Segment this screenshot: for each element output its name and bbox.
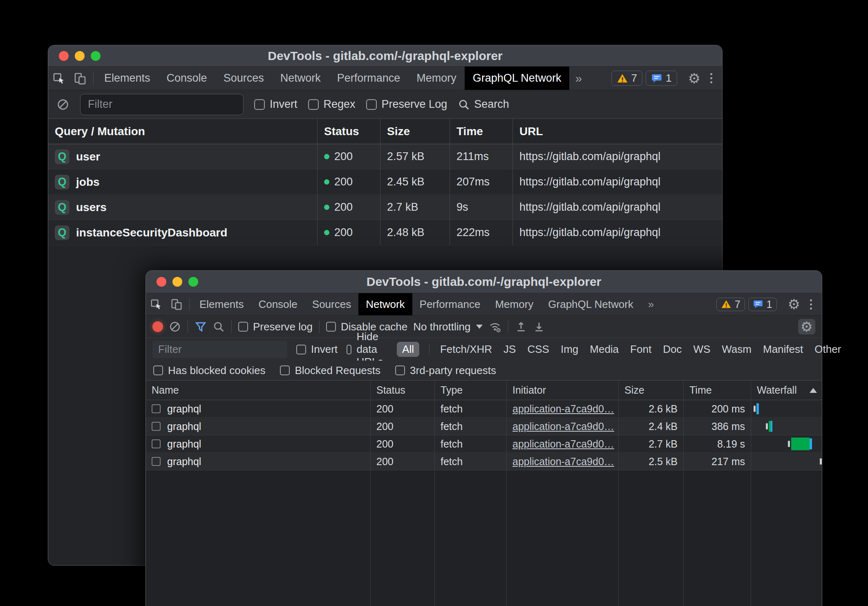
more-options-icon[interactable] <box>804 299 818 310</box>
column-header-status[interactable]: Status <box>317 119 380 144</box>
filter-input[interactable] <box>152 341 287 358</box>
zoom-button[interactable] <box>188 277 198 287</box>
column-header-initiator[interactable]: Initiator <box>506 381 618 400</box>
column-header-size[interactable]: Size <box>618 381 683 400</box>
filter-type-all[interactable]: All <box>397 342 419 357</box>
column-header-time[interactable]: Time <box>683 381 751 400</box>
table-row[interactable]: QinstanceSecurityDashboard 200 2.48 kB 2… <box>48 220 722 245</box>
warnings-badge[interactable]: 7 <box>716 298 745 311</box>
request-row[interactable]: graphql 200 fetch application-a7ca9d0… 2… <box>146 400 822 418</box>
tab-performance[interactable]: Performance <box>412 293 488 315</box>
request-type-filters: All Fetch/XHR JS CSS Img Media Font Doc … <box>397 342 842 357</box>
request-row[interactable]: graphql 200 fetch application-a7ca9d0… 2… <box>146 435 822 453</box>
more-options-icon[interactable] <box>705 73 718 83</box>
request-row[interactable]: graphql 200 fetch application-a7ca9d0… 2… <box>146 453 822 470</box>
checkbox-label: Has blocked cookies <box>168 364 265 377</box>
tab-console[interactable]: Console <box>159 67 215 90</box>
blocked-requests-checkbox[interactable]: Blocked Requests <box>280 364 380 377</box>
close-button[interactable] <box>59 51 69 61</box>
clear-icon[interactable] <box>169 321 181 333</box>
tab-network[interactable]: Network <box>358 293 412 315</box>
time-cell: 9s <box>450 195 512 220</box>
tab-elements[interactable]: Elements <box>96 67 159 90</box>
import-har-icon[interactable] <box>515 321 527 333</box>
filter-type-doc[interactable]: Doc <box>662 342 682 357</box>
issues-badge[interactable]: 1 <box>748 298 777 311</box>
network-conditions-icon[interactable] <box>488 320 501 333</box>
filter-type-ws[interactable]: WS <box>692 342 711 357</box>
tab-graphql-network[interactable]: GraphQL Network <box>541 293 641 315</box>
settings-gear-icon[interactable]: ⚙ <box>784 297 804 311</box>
minimize-button[interactable] <box>75 51 85 61</box>
filter-type-css[interactable]: CSS <box>526 342 550 357</box>
filter-type-js[interactable]: JS <box>503 342 517 357</box>
filter-type-fetch-xhr[interactable]: Fetch/XHR <box>439 342 493 357</box>
table-row[interactable]: Qusers 200 2.7 kB 9s https://gitlab.com/… <box>48 195 722 220</box>
inspect-element-icon[interactable] <box>146 293 166 315</box>
issues-badge[interactable]: 1 <box>646 71 677 86</box>
column-header-url[interactable]: URL <box>512 119 722 144</box>
inspect-element-icon[interactable] <box>48 67 69 90</box>
row-checkbox[interactable] <box>152 422 161 431</box>
filter-type-media[interactable]: Media <box>589 342 620 357</box>
tab-memory[interactable]: Memory <box>408 67 465 90</box>
tab-network[interactable]: Network <box>272 67 329 90</box>
tab-memory[interactable]: Memory <box>488 293 541 315</box>
clear-icon[interactable] <box>56 98 69 111</box>
row-checkbox[interactable] <box>152 439 161 448</box>
column-header-name[interactable]: Name <box>146 381 370 400</box>
filter-input[interactable] <box>80 94 244 115</box>
search-toggle[interactable]: Search <box>458 98 509 111</box>
preserve-log-checkbox[interactable]: Preserve Log <box>366 98 447 111</box>
column-header-waterfall[interactable]: Waterfall <box>751 381 823 400</box>
close-button[interactable] <box>157 277 166 287</box>
request-row[interactable]: graphql 200 fetch application-a7ca9d0… 2… <box>146 418 822 435</box>
invert-checkbox[interactable]: Invert <box>296 343 338 356</box>
filter-type-other[interactable]: Other <box>814 342 842 357</box>
third-party-requests-checkbox[interactable]: 3rd-party requests <box>395 364 496 377</box>
filter-type-font[interactable]: Font <box>629 342 652 357</box>
has-blocked-cookies-checkbox[interactable]: Has blocked cookies <box>153 364 265 377</box>
tab-sources[interactable]: Sources <box>215 67 272 90</box>
row-checkbox[interactable] <box>152 457 161 466</box>
minimize-button[interactable] <box>172 277 182 287</box>
row-checkbox[interactable] <box>152 404 161 413</box>
search-icon[interactable] <box>213 321 225 333</box>
initiator-link[interactable]: application-a7ca9d0… <box>512 438 614 450</box>
column-header-type[interactable]: Type <box>434 381 506 400</box>
tab-elements[interactable]: Elements <box>192 293 251 315</box>
column-header-query-mutation[interactable]: Query / Mutation <box>48 119 317 144</box>
more-tabs-icon[interactable]: » <box>641 293 661 315</box>
initiator-link[interactable]: application-a7ca9d0… <box>512 403 614 415</box>
column-header-status[interactable]: Status <box>370 381 434 400</box>
more-tabs-icon[interactable]: » <box>569 67 588 90</box>
warnings-badge[interactable]: 7 <box>611 71 642 86</box>
regex-checkbox[interactable]: Regex <box>308 98 356 111</box>
filter-funnel-icon[interactable] <box>195 321 207 333</box>
tab-graphql-network[interactable]: GraphQL Network <box>465 67 570 90</box>
record-button[interactable] <box>152 321 163 332</box>
column-header-size[interactable]: Size <box>380 119 450 144</box>
zoom-button[interactable] <box>91 51 101 61</box>
invert-checkbox[interactable]: Invert <box>254 98 298 111</box>
export-har-icon[interactable] <box>533 321 545 333</box>
preserve-log-checkbox[interactable]: Preserve log <box>238 321 313 333</box>
table-row[interactable]: Quser 200 2.57 kB 211ms https://gitlab.c… <box>48 144 722 169</box>
device-toolbar-icon[interactable] <box>69 67 91 90</box>
throttling-dropdown[interactable]: No throttling <box>413 321 483 333</box>
settings-gear-icon[interactable]: ⚙ <box>684 71 705 85</box>
column-header-time[interactable]: Time <box>450 119 512 144</box>
tab-console[interactable]: Console <box>251 293 304 315</box>
network-settings-button[interactable]: ⚙ <box>798 319 815 334</box>
initiator-link[interactable]: application-a7ca9d0… <box>512 421 614 432</box>
titlebar[interactable]: DevTools - gitlab.com/-/graphql-explorer <box>146 271 822 293</box>
tab-performance[interactable]: Performance <box>329 67 409 90</box>
filter-type-wasm[interactable]: Wasm <box>721 342 752 357</box>
initiator-link[interactable]: application-a7ca9d0… <box>512 456 614 468</box>
table-row[interactable]: Qjobs 200 2.45 kB 207ms https://gitlab.c… <box>48 169 722 195</box>
filter-type-img[interactable]: Img <box>560 342 579 357</box>
titlebar[interactable]: DevTools - gitlab.com/-/graphql-explorer <box>48 45 722 67</box>
device-toolbar-icon[interactable] <box>166 293 187 315</box>
filter-type-manifest[interactable]: Manifest <box>762 342 804 357</box>
tab-sources[interactable]: Sources <box>305 293 358 315</box>
